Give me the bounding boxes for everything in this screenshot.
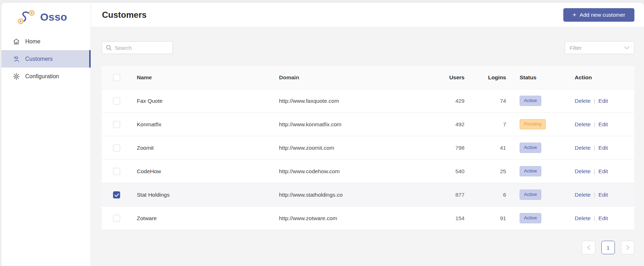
action-separator: |	[594, 192, 595, 198]
customer-name: Fax Quote	[137, 98, 279, 104]
table-body: Fax Quotehttp://www.faxquote.com42974Act…	[102, 89, 634, 230]
delete-link[interactable]: Delete	[575, 121, 591, 127]
row-checkbox[interactable]	[113, 144, 120, 151]
sidebar-nav: HomeCustomersConfiguration	[1, 33, 91, 85]
status-badge: Pending	[520, 119, 546, 129]
status-badge: Active	[520, 190, 541, 200]
action-separator: |	[594, 145, 595, 151]
home-icon	[13, 38, 20, 45]
column-header-logins: Logins	[465, 74, 506, 81]
customer-logins: 7	[465, 121, 506, 128]
action-separator: |	[594, 98, 595, 104]
gear-icon	[13, 73, 20, 80]
customer-users: 154	[428, 215, 465, 222]
page-title: Customers	[102, 10, 146, 20]
customer-logins: 41	[465, 145, 506, 151]
status-badge: Active	[520, 96, 541, 106]
filter-label: Filter	[570, 45, 581, 51]
customer-domain: http://www.zotware.com	[279, 215, 428, 222]
customer-users: 429	[428, 98, 465, 104]
row-checkbox[interactable]	[113, 121, 120, 128]
table-row: Fax Quotehttp://www.faxquote.com42974Act…	[102, 89, 634, 113]
search-input[interactable]	[102, 42, 172, 54]
delete-link[interactable]: Delete	[575, 98, 591, 104]
sidebar-item-configuration[interactable]: Configuration	[1, 68, 91, 85]
content-area: Filter Name Domain Users Logins Status	[91, 27, 644, 266]
osso-logo-icon	[18, 10, 36, 25]
filter-dropdown[interactable]: Filter	[565, 41, 634, 54]
pagination: 1	[102, 241, 634, 254]
pagination-page-1[interactable]: 1	[601, 241, 615, 254]
chevron-down-icon	[624, 46, 629, 49]
row-checkbox[interactable]	[113, 168, 120, 175]
edit-link[interactable]: Edit	[599, 215, 608, 221]
delete-link[interactable]: Delete	[575, 192, 591, 198]
row-checkbox[interactable]	[113, 191, 120, 198]
sidebar-item-label: Configuration	[25, 73, 59, 80]
sidebar-item-label: Home	[25, 38, 41, 45]
customer-logins: 6	[465, 192, 506, 198]
status-badge: Active	[520, 166, 541, 176]
customer-logins: 91	[465, 215, 506, 222]
customer-domain: http://www.faxquote.com	[279, 98, 428, 104]
table-row: CodeHowhttp://www.codehow.com54025Active…	[102, 160, 634, 183]
search-icon	[106, 45, 112, 51]
edit-link[interactable]: Edit	[599, 98, 608, 104]
column-header-action: Action	[575, 74, 634, 81]
customer-logins: 74	[465, 98, 506, 104]
customers-table: Name Domain Users Logins Status Action F…	[102, 66, 634, 230]
customer-users: 877	[428, 192, 465, 198]
edit-link[interactable]: Edit	[599, 145, 608, 151]
brand-name: Osso	[40, 11, 67, 23]
users-icon	[13, 55, 20, 63]
table-row: Zoomithttp://www.zoomit.com79841ActiveDe…	[102, 136, 634, 160]
column-header-status: Status	[506, 74, 575, 81]
pagination-prev-button[interactable]	[582, 241, 595, 254]
row-checkbox[interactable]	[113, 215, 120, 222]
customer-domain: http://www.statholdings.co	[279, 192, 428, 198]
chevron-left-icon	[587, 245, 590, 250]
customer-domain: http://www.konmatfix.com	[279, 121, 428, 128]
delete-link[interactable]: Delete	[575, 168, 591, 174]
edit-link[interactable]: Edit	[599, 121, 608, 127]
action-separator: |	[594, 168, 595, 174]
table-row: Stat Holdingshttp://www.statholdings.co8…	[102, 183, 634, 207]
customer-users: 798	[428, 145, 465, 151]
add-new-customer-button[interactable]: + Add new customer	[563, 8, 634, 22]
customer-name: Zotware	[137, 215, 279, 222]
toolbar: Filter	[102, 41, 634, 54]
column-header-domain: Domain	[279, 74, 428, 81]
column-header-users: Users	[428, 74, 465, 81]
table-header-row: Name Domain Users Logins Status Action	[102, 66, 634, 89]
delete-link[interactable]: Delete	[575, 145, 591, 151]
sidebar-item-customers[interactable]: Customers	[1, 50, 91, 68]
row-checkbox[interactable]	[113, 97, 120, 105]
customer-domain: http://www.codehow.com	[279, 168, 428, 175]
edit-link[interactable]: Edit	[599, 192, 608, 198]
action-separator: |	[594, 215, 595, 221]
main-area: Customers + Add new customer Filter	[91, 3, 644, 266]
customer-name: CodeHow	[137, 168, 279, 175]
chevron-right-icon	[626, 245, 629, 250]
customer-name: Zoomit	[137, 145, 279, 151]
select-all-checkbox[interactable]	[113, 74, 120, 81]
customer-users: 540	[428, 168, 465, 175]
customer-name: Stat Holdings	[137, 192, 279, 198]
table-row: Konmatfixhttp://www.konmatfix.com4927Pen…	[102, 113, 634, 136]
sidebar-item-home[interactable]: Home	[1, 33, 91, 50]
add-new-customer-label: Add new customer	[580, 12, 625, 18]
sidebar-item-label: Customers	[25, 56, 53, 62]
customer-domain: http://www.zoomit.com	[279, 145, 428, 151]
customer-logins: 25	[465, 168, 506, 175]
sidebar: Osso HomeCustomersConfiguration	[1, 3, 91, 266]
status-badge: Active	[520, 143, 541, 153]
pagination-next-button[interactable]	[621, 241, 634, 254]
column-header-name: Name	[137, 74, 279, 81]
plus-icon: +	[573, 11, 576, 18]
edit-link[interactable]: Edit	[599, 168, 608, 174]
customer-users: 492	[428, 121, 465, 128]
app-window: Osso HomeCustomersConfiguration Customer…	[1, 3, 644, 266]
delete-link[interactable]: Delete	[575, 215, 591, 221]
status-badge: Active	[520, 213, 541, 223]
search-box	[102, 41, 173, 54]
